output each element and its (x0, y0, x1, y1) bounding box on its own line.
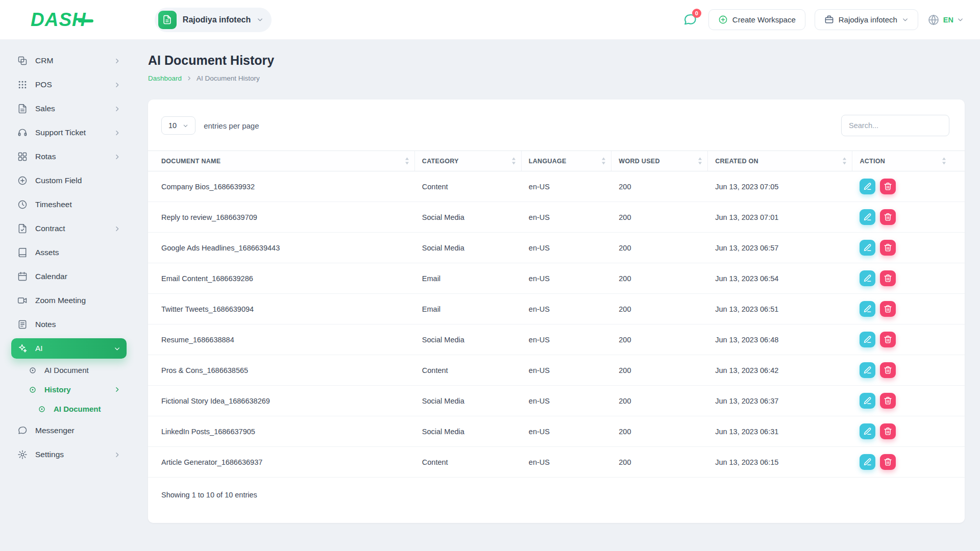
trash-icon (884, 182, 892, 191)
sidebar-item-rotas[interactable]: Rotas (11, 146, 127, 167)
column-header-action[interactable]: ACTION (860, 151, 951, 171)
cell-category: Content (422, 366, 529, 374)
account-workspace-dropdown[interactable]: Rajodiya infotech (815, 9, 918, 30)
create-workspace-label: Create Workspace (732, 15, 796, 24)
breadcrumb-link-dashboard[interactable]: Dashboard (148, 74, 182, 82)
edit-button[interactable] (860, 209, 875, 225)
sidebar-item-timesheet[interactable]: Timesheet (11, 194, 127, 215)
delete-button[interactable] (880, 332, 896, 347)
sidebar-item-settings[interactable]: Settings (11, 444, 127, 465)
cell-category: Social Media (422, 213, 529, 221)
cell-language: en-US (529, 305, 619, 313)
cell-document-name: Twitter Tweets_1686639094 (161, 305, 422, 313)
cell-category: Content (422, 183, 529, 191)
sidebar-item-custom-field[interactable]: Custom Field (11, 170, 127, 191)
delete-button[interactable] (880, 393, 896, 409)
edit-button[interactable] (860, 240, 875, 256)
messages-button[interactable]: 0 (681, 11, 699, 29)
support-icon (17, 128, 28, 138)
delete-button[interactable] (880, 240, 896, 256)
pencil-icon (863, 182, 872, 191)
edit-button[interactable] (860, 332, 875, 347)
edit-button[interactable] (860, 362, 875, 378)
sidebar-item-assets[interactable]: Assets (11, 242, 127, 263)
messages-count-badge: 0 (692, 9, 701, 18)
bullet-icon (29, 366, 37, 374)
delete-button[interactable] (880, 209, 896, 225)
column-header-words[interactable]: WORD USED (619, 151, 708, 171)
sidebar-item-zoom-meeting[interactable]: Zoom Meeting (11, 290, 127, 311)
pencil-icon (863, 213, 872, 221)
delete-button[interactable] (880, 423, 896, 439)
sidebar-item-support-ticket[interactable]: Support Ticket (11, 122, 127, 143)
edit-button[interactable] (860, 270, 875, 286)
chevron-right-icon (186, 76, 192, 81)
sidebar-item-messenger[interactable]: Messenger (11, 420, 127, 441)
language-selector[interactable]: EN (927, 14, 964, 26)
workspace-switcher[interactable]: Rajodiya infotech (155, 8, 272, 32)
delete-button[interactable] (880, 362, 896, 378)
delete-button[interactable] (880, 301, 896, 317)
sidebar-item-crm[interactable]: CRM (11, 51, 127, 71)
ai-icon (17, 343, 28, 354)
column-header-language[interactable]: LANGUAGE (529, 151, 611, 171)
table-row: Twitter Tweets_1686639094Emailen-US200Ju… (148, 294, 965, 324)
sidebar-item-contract[interactable]: Contract (11, 218, 127, 239)
table-row: Google Ads Headlines_1686639443Social Me… (148, 233, 965, 263)
pencil-icon (863, 427, 872, 436)
cell-actions (860, 301, 951, 317)
cell-word-used: 200 (619, 213, 715, 221)
sidebar-item-calendar[interactable]: Calendar (11, 266, 127, 287)
cell-word-used: 200 (619, 366, 715, 374)
sort-icon (698, 157, 702, 165)
clock-icon (17, 199, 28, 210)
create-workspace-button[interactable]: Create Workspace (708, 9, 805, 30)
cell-category: Social Media (422, 336, 529, 344)
entries-per-page-select[interactable]: 10 (161, 116, 195, 135)
cell-document-name: Email Content_1686639286 (161, 274, 422, 283)
cell-actions (860, 270, 951, 286)
sidebar-item-history-ai-document[interactable]: AI Document (32, 401, 127, 417)
sort-icon (601, 157, 606, 165)
cell-word-used: 200 (619, 428, 715, 436)
cell-language: en-US (529, 213, 619, 221)
cell-category: Content (422, 458, 529, 466)
delete-button[interactable] (880, 270, 896, 286)
table-body: Company Bios_1686639932Contenten-US200Ju… (148, 171, 965, 478)
delete-button[interactable] (880, 179, 896, 194)
chevron-right-icon (114, 226, 120, 232)
column-header-category[interactable]: CATEGORY (422, 151, 522, 171)
column-label: LANGUAGE (529, 158, 567, 165)
delete-button[interactable] (880, 454, 896, 470)
trash-icon (884, 243, 892, 252)
search-input[interactable] (841, 115, 949, 136)
edit-button[interactable] (860, 179, 875, 194)
sidebar-item-history[interactable]: History (22, 382, 127, 397)
chevron-down-icon (257, 16, 263, 23)
entries-per-page-value: 10 (168, 121, 177, 130)
edit-button[interactable] (860, 301, 875, 317)
top-actions: 0 Create Workspace Rajodiya infotech EN (681, 9, 964, 30)
sidebar-item-ai-document[interactable]: AI Document (22, 362, 127, 378)
sidebar-item-pos[interactable]: POS (11, 74, 127, 95)
sidebar-item-ai[interactable]: AI (11, 338, 127, 359)
column-header-name[interactable]: DOCUMENT NAME (161, 151, 415, 171)
edit-button[interactable] (860, 454, 875, 470)
sidebar-item-sales[interactable]: Sales (11, 98, 127, 119)
column-label: CATEGORY (422, 158, 459, 165)
cell-word-used: 200 (619, 244, 715, 252)
edit-button[interactable] (860, 423, 875, 439)
column-header-created[interactable]: CREATED ON (715, 151, 852, 171)
sidebar-item-notes[interactable]: Notes (11, 314, 127, 335)
edit-button[interactable] (860, 393, 875, 409)
sidebar-nav: CRMPOSSalesSupport TicketRotasCustom Fie… (0, 40, 134, 551)
chevron-right-icon (114, 58, 120, 64)
table-footer-status: Showing 1 to 10 of 10 entries (148, 478, 965, 499)
language-label: EN (943, 16, 953, 24)
cell-actions (860, 240, 951, 256)
cell-category: Social Media (422, 397, 529, 405)
cell-created-on: Jun 13, 2023 06:37 (715, 397, 860, 405)
table-row: Email Content_1686639286Emailen-US200Jun… (148, 263, 965, 294)
trash-icon (884, 335, 892, 344)
sort-icon (511, 157, 516, 165)
